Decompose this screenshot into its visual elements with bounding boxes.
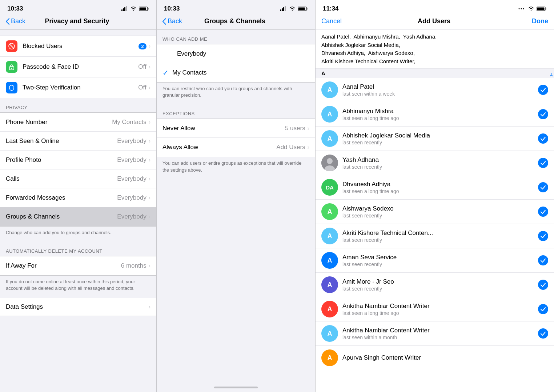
contact-aanal-patel[interactable]: A Aanal Patel last seen within a week — [316, 78, 554, 102]
blocked-users-row[interactable]: Blocked Users 2 › — [0, 36, 156, 57]
done-button[interactable]: Done — [526, 17, 548, 25]
contact-info-akriti: Akriti Kishore Technical Conten... last … — [342, 229, 538, 243]
avatar-abhishek: A — [321, 130, 338, 147]
status-bar-panel1: 10:33 — [0, 0, 156, 15]
contact-status-aman: last seen recently — [342, 261, 538, 267]
last-seen-label: Last Seen & Online — [6, 137, 117, 145]
back-button-panel2[interactable]: Back — [162, 17, 182, 25]
contact-yash[interactable]: Yash Adhana last seen recently — [316, 151, 554, 175]
passcode-row[interactable]: Passcode & Face ID Off › — [0, 57, 156, 77]
contact-name-dhvanesh: Dhvanesh Adhiya — [342, 181, 538, 188]
exceptions-footer: You can add users or entire groups as ex… — [157, 157, 315, 179]
calls-row[interactable]: Calls Everybody › — [0, 169, 156, 188]
never-allow-label: Never Allow — [162, 125, 285, 132]
contact-status-aishwarya: last seen recently — [342, 213, 538, 219]
data-settings-label: Data Settings — [6, 303, 149, 311]
contact-info-aanal: Aanal Patel last seen within a week — [342, 83, 538, 97]
contact-abhimanyu[interactable]: A Abhimanyu Mishra last seen a long time… — [316, 102, 554, 127]
svg-point-10 — [11, 68, 12, 69]
svg-rect-22 — [546, 8, 546, 10]
two-step-value: Off — [138, 84, 146, 91]
selected-users-text: Aanal Patel, Abhimanyu Mishra, Yash Adha… — [321, 33, 437, 65]
svg-point-18 — [519, 8, 520, 9]
signal-dots-icon — [518, 6, 526, 11]
profile-photo-row[interactable]: Profile Photo Everybody › — [0, 151, 156, 169]
groups-channels-row[interactable]: Groups & Channels Everybody › — [0, 207, 156, 226]
two-step-row[interactable]: Two-Step Verification Off › — [0, 77, 156, 98]
selected-users-area: Aanal Patel, Abhimanyu Mishra, Yash Adha… — [316, 30, 554, 69]
contact-status-amit: last seen recently — [342, 286, 538, 292]
everybody-label: Everybody — [177, 50, 309, 57]
forwarded-value: Everybody — [117, 194, 146, 201]
contact-info-dhvanesh: Dhvanesh Adhiya last seen a long time ag… — [342, 181, 538, 194]
wifi-icon — [289, 6, 296, 11]
avatar-dhvanesh: DA — [321, 179, 338, 196]
contact-apurva[interactable]: A Apurva Singh Content Writer — [316, 346, 554, 370]
contact-akriti[interactable]: A Akriti Kishore Technical Conten... las… — [316, 224, 554, 248]
auto-delete-header: AUTOMATICALLY DELETE MY ACCOUNT — [0, 242, 156, 256]
alpha-section-a: A — [316, 69, 554, 78]
chevron-icon: › — [149, 195, 150, 201]
contact-name-ankitha2: Ankitha Nambiar Content Writer — [342, 327, 538, 334]
chevron-icon: › — [308, 125, 309, 132]
avatar-aishwarya: A — [321, 203, 338, 220]
contact-name-aman: Aman Seva Service — [342, 254, 538, 261]
page-title-panel1: Privacy and Security — [25, 17, 129, 25]
contact-dhvanesh[interactable]: DA Dhvanesh Adhiya last seen a long time… — [316, 175, 554, 200]
svg-point-25 — [327, 158, 333, 164]
always-allow-row[interactable]: Always Allow Add Users › — [157, 138, 315, 157]
svg-rect-6 — [140, 8, 146, 10]
svg-rect-2 — [124, 7, 125, 11]
check-abhimanyu — [538, 109, 548, 119]
chevron-icon: › — [149, 43, 150, 49]
data-settings-row[interactable]: Data Settings › — [0, 298, 156, 316]
back-button-panel1[interactable]: Back — [6, 17, 25, 25]
chevron-icon: › — [149, 119, 150, 125]
signal-icon — [121, 6, 128, 11]
contact-ankitha2[interactable]: A Ankitha Nambiar Content Writer last se… — [316, 321, 554, 346]
chevron-icon: › — [149, 64, 150, 70]
svg-rect-11 — [280, 9, 281, 11]
passcode-icon — [6, 61, 17, 73]
phone-number-row[interactable]: Phone Number My Contacts › — [0, 113, 156, 132]
two-step-label: Two-Step Verification — [23, 84, 138, 91]
exceptions-header: EXCEPTIONS — [157, 104, 315, 119]
contact-ankitha1[interactable]: A Ankitha Nambiar Content Writer last se… — [316, 297, 554, 321]
svg-rect-23 — [537, 8, 545, 10]
svg-rect-16 — [307, 8, 308, 10]
contact-amit[interactable]: A Amit More - Jr Seo last seen recently — [316, 273, 554, 297]
alpha-A[interactable]: A — [550, 73, 553, 77]
status-icons-panel2 — [280, 6, 308, 11]
everybody-option[interactable]: Everybody — [157, 44, 315, 63]
svg-rect-12 — [282, 8, 283, 11]
chevron-icon: › — [308, 144, 309, 151]
contact-name-yash: Yash Adhana — [342, 156, 538, 164]
contact-info-abhishek: Abhishek Joglekar Social Media last seen… — [342, 132, 538, 145]
cancel-button[interactable]: Cancel — [321, 17, 342, 25]
checkmark-icon: ✓ — [162, 68, 169, 77]
contact-info-aman: Aman Seva Service last seen recently — [342, 254, 538, 267]
svg-rect-0 — [121, 9, 123, 11]
svg-rect-13 — [283, 7, 284, 11]
chevron-icon: › — [149, 263, 150, 269]
contact-status-abhishek: last seen recently — [342, 140, 538, 145]
last-seen-row[interactable]: Last Seen & Online Everybody › — [0, 132, 156, 151]
forwarded-messages-row[interactable]: Forwarded Messages Everybody › — [0, 188, 156, 207]
if-away-row[interactable]: If Away For 6 months › — [0, 256, 156, 275]
contact-aman[interactable]: A Aman Seva Service last seen recently — [316, 248, 554, 273]
battery-icon — [537, 6, 547, 11]
check-ankitha2 — [538, 328, 548, 339]
my-contacts-option[interactable]: ✓ My Contacts — [157, 63, 315, 82]
chevron-icon: › — [149, 176, 150, 182]
avatar-amit: A — [321, 276, 338, 293]
contacts-list: A A Aanal Patel last seen within a week … — [316, 69, 554, 370]
avatar-aanal: A — [321, 81, 338, 98]
contact-name-abhishek: Abhishek Joglekar Social Media — [342, 132, 538, 139]
always-allow-label: Always Allow — [162, 144, 276, 151]
svg-rect-1 — [123, 8, 124, 11]
contact-aishwarya[interactable]: A Aishwarya Sodexo last seen recently — [316, 200, 554, 224]
contact-abhishek[interactable]: A Abhishek Joglekar Social Media last se… — [316, 127, 554, 151]
status-time-panel2: 10:33 — [164, 5, 180, 12]
never-allow-row[interactable]: Never Allow 5 users › — [157, 119, 315, 138]
passcode-label: Passcode & Face ID — [23, 63, 138, 71]
